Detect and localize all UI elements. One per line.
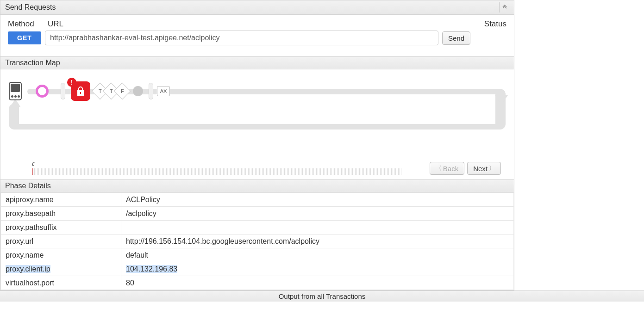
phase-key: proxy.pathsuffix xyxy=(1,221,121,234)
endpoint-ring-icon[interactable] xyxy=(36,85,49,98)
url-input[interactable] xyxy=(45,31,438,45)
table-row[interactable]: proxy.basepath/aclpolicy xyxy=(1,207,514,221)
url-label: URL xyxy=(48,19,479,29)
step-circle-icon[interactable] xyxy=(133,86,143,96)
footer-bar[interactable]: Output from all Transactions xyxy=(0,290,644,302)
table-row[interactable]: virtualhost.port80 xyxy=(1,276,514,290)
lock-icon xyxy=(76,86,85,96)
transaction-map-title: Transaction Map xyxy=(5,59,60,67)
phase-details-title: Phase Details xyxy=(5,182,51,190)
flow-separator-icon xyxy=(61,83,65,99)
chevron-right-icon: 〉 xyxy=(489,164,495,173)
back-button[interactable]: 〈 Back xyxy=(430,162,464,175)
send-button[interactable]: Send xyxy=(442,31,470,45)
phase-details-header: Phase Details xyxy=(0,179,514,192)
phase-value: 80 xyxy=(121,276,514,290)
method-button[interactable]: GET xyxy=(8,31,41,44)
phase-value xyxy=(121,221,514,234)
chevron-left-icon: 〈 xyxy=(436,164,442,173)
flow-diagram: ! T T F AX xyxy=(9,77,506,142)
collapse-icon[interactable] xyxy=(499,2,509,12)
phase-value: ACLPolicy xyxy=(121,193,514,207)
table-row[interactable]: proxy.client.ip104.132.196.83 xyxy=(1,262,514,276)
method-label: Method xyxy=(8,19,48,29)
next-button[interactable]: Next 〉 xyxy=(467,162,501,175)
timeline-ruler[interactable]: ε xyxy=(32,160,420,175)
phase-key: virtualhost.port xyxy=(1,276,121,290)
phase-key: proxy.url xyxy=(1,234,121,248)
client-icon[interactable] xyxy=(9,82,22,100)
phase-value: http://196.156.154.104.bc.googleusercont… xyxy=(121,234,514,248)
phase-details-table: apiproxy.nameACLPolicyproxy.basepath/acl… xyxy=(0,192,514,290)
phase-value: default xyxy=(121,248,514,262)
table-row[interactable]: proxy.urlhttp://196.156.154.104.bc.googl… xyxy=(1,234,514,248)
table-row[interactable]: apiproxy.nameACLPolicy xyxy=(1,193,514,207)
condition-diamond[interactable]: F xyxy=(114,83,131,100)
phase-value: /aclpolicy xyxy=(121,207,514,221)
ax-box[interactable]: AX xyxy=(157,86,170,96)
error-badge-icon: ! xyxy=(67,78,76,87)
send-requests-body: Method URL Status GET Send xyxy=(0,15,514,56)
phase-key: apiproxy.name xyxy=(1,193,121,207)
phase-value: 104.132.196.83 xyxy=(121,262,514,276)
phase-key: proxy.client.ip xyxy=(1,262,121,276)
table-row[interactable]: proxy.pathsuffix xyxy=(1,221,514,234)
status-label: Status xyxy=(479,19,506,29)
svg-rect-0 xyxy=(80,92,81,94)
acl-policy-icon[interactable]: ! xyxy=(71,81,90,101)
flow-separator-icon xyxy=(149,83,153,99)
transaction-map-header: Transaction Map xyxy=(0,56,514,69)
phase-key: proxy.basepath xyxy=(1,207,121,221)
send-requests-title: Send Requests xyxy=(5,3,56,12)
table-row[interactable]: proxy.namedefault xyxy=(1,248,514,262)
transaction-map-body: ! T T F AX ε xyxy=(0,69,514,179)
timeline-label: ε xyxy=(32,160,420,167)
phase-key: proxy.name xyxy=(1,248,121,262)
send-requests-header: Send Requests xyxy=(0,0,514,15)
